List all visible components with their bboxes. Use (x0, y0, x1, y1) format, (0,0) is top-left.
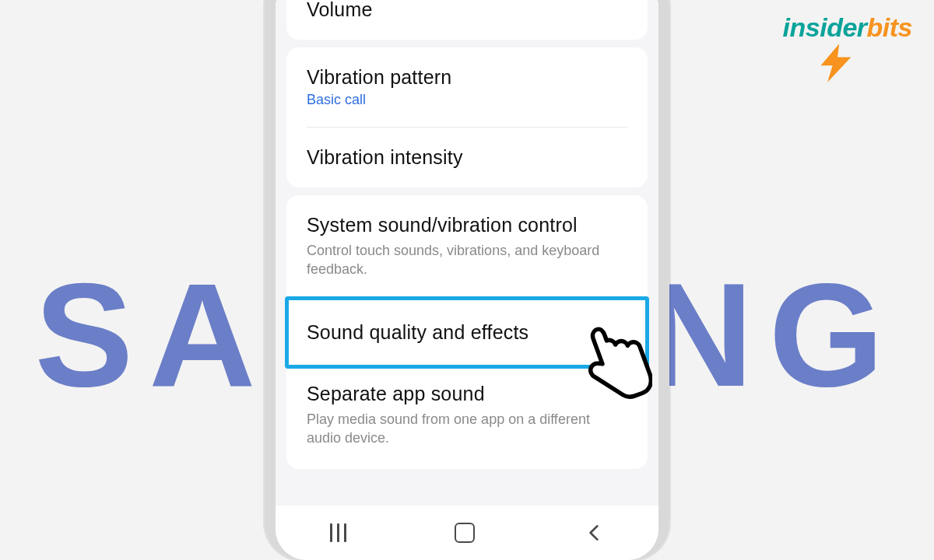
pointer-hand-icon (581, 320, 652, 405)
setting-system-sound-vibration[interactable]: System sound/vibration control Control t… (286, 195, 648, 298)
setting-title: Vibration pattern (307, 66, 627, 89)
settings-group: System sound/vibration control Control t… (286, 195, 648, 469)
nav-back-button[interactable] (584, 523, 604, 543)
setting-title: Vibration intensity (307, 146, 627, 169)
setting-volume[interactable]: Volume (286, 0, 648, 40)
android-nav-bar (276, 506, 658, 560)
logo-text-a: insider (783, 12, 867, 42)
setting-vibration-pattern[interactable]: Vibration pattern Basic call (286, 47, 648, 127)
setting-subtitle: Basic call (307, 92, 627, 108)
setting-vibration-intensity[interactable]: Vibration intensity (286, 128, 648, 187)
logo-text-b: bits (867, 12, 912, 42)
nav-home-button[interactable] (455, 523, 475, 543)
setting-title: Volume (307, 0, 627, 21)
nav-recent-button[interactable] (330, 523, 346, 542)
setting-title: System sound/vibration control (307, 214, 627, 236)
phone-screen: Volume Vibration pattern Basic call Vibr… (276, 0, 658, 560)
insiderbits-logo: insiderbits (783, 14, 912, 40)
bolt-icon (816, 42, 858, 84)
setting-sound-quality-effects[interactable]: Sound quality and effects (286, 298, 648, 367)
settings-group: Vibration pattern Basic call Vibration i… (286, 47, 648, 187)
setting-title: Separate app sound (307, 383, 627, 405)
phone-frame: Volume Vibration pattern Basic call Vibr… (265, 0, 669, 560)
settings-group: Volume (286, 0, 648, 40)
setting-title: Sound quality and effects (307, 321, 627, 344)
setting-subtitle: Play media sound from one app on a diffe… (307, 410, 627, 448)
setting-subtitle: Control touch sounds, vibrations, and ke… (307, 241, 627, 279)
settings-scroll-area[interactable]: Volume Vibration pattern Basic call Vibr… (276, 0, 658, 506)
